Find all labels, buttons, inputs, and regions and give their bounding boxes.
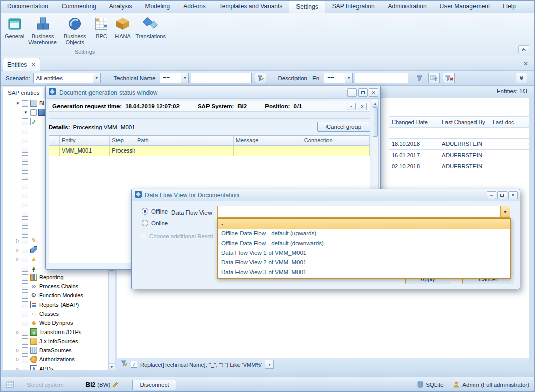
menu-item-settings[interactable]: Settings <box>289 1 325 13</box>
ribbon-button-business-warehouse[interactable]: Business Warehouse <box>26 14 59 46</box>
menu-item-templates-and-variants[interactable]: Templates and Variants <box>213 1 289 13</box>
status-grid-header-cell[interactable]: Connection <box>302 136 370 146</box>
filter-apply-button[interactable] <box>413 73 425 83</box>
tree-checkbox[interactable] <box>22 329 28 336</box>
expand-arrow-icon[interactable]: ▷ <box>14 238 22 243</box>
status-grid-header-cell[interactable]: ... <box>49 136 60 146</box>
data-flow-view-select[interactable]: - ▼ <box>217 206 510 218</box>
tree-checkbox[interactable] <box>22 228 28 235</box>
tree-item-process-chains[interactable]: Process Chains <box>3 282 108 291</box>
chevron-down-icon[interactable]: ▼ <box>93 73 100 83</box>
tree-checkbox[interactable] <box>22 183 28 189</box>
menu-item-modeling[interactable]: Modeling <box>138 1 176 13</box>
scroll-up-icon[interactable]: ▲ <box>372 100 378 107</box>
technical-name-operator-select[interactable]: == ▼ <box>160 73 189 83</box>
select-system-button[interactable]: Select system <box>27 382 64 388</box>
chevron-down-icon[interactable]: ▼ <box>345 73 352 83</box>
edit-system-icon[interactable] <box>112 381 119 389</box>
expand-arrow-icon[interactable]: ▷ <box>14 248 22 252</box>
scenario-select[interactable]: All entities ▼ <box>33 73 101 83</box>
ribbon-button-general[interactable]: General <box>3 14 26 40</box>
expand-filter-panel-button[interactable] <box>516 73 527 83</box>
tree-checkbox[interactable] <box>22 237 28 244</box>
ribbon-button-hana[interactable]: HANA <box>112 14 133 40</box>
menu-item-user-management[interactable]: User Management <box>433 1 497 13</box>
offline-radio[interactable]: Offline <box>142 208 168 215</box>
expand-arrow-icon[interactable]: ▷ <box>14 330 22 335</box>
ribbon-button-business-objects[interactable]: Business Objects <box>59 14 91 46</box>
scroll-thumb[interactable] <box>373 107 378 137</box>
expand-arrow-icon[interactable]: ▷ <box>14 257 22 261</box>
dropdown-option-data-flow-view-2-of-vmm-m001[interactable]: Data Flow View 2 of VMM_M001 <box>218 258 510 267</box>
status-grid-header-cell[interactable]: Path <box>135 136 234 146</box>
status-grid-row[interactable]: VMM_M001Processing <box>49 146 370 156</box>
dialog-title-bar[interactable]: Document generation status window – ✕ <box>46 86 380 99</box>
tree-checkbox[interactable] <box>22 366 28 371</box>
tree-checkbox[interactable] <box>22 192 28 198</box>
tab-close-icon[interactable]: ✕ <box>31 62 36 68</box>
tree-checkbox[interactable] <box>22 118 28 125</box>
menu-item-documentation[interactable]: Documentation <box>1 1 55 13</box>
tree-checkbox[interactable] <box>22 356 28 363</box>
filter-edit-button[interactable] <box>255 73 266 83</box>
tab-sap-entities[interactable]: SAP entities <box>3 87 44 98</box>
tree-item-function-modules[interactable]: Function Modules <box>3 291 108 300</box>
tree-checkbox[interactable] <box>22 283 28 290</box>
tree-checkbox[interactable] <box>30 109 37 116</box>
tree-checkbox[interactable] <box>22 301 28 308</box>
tree-checkbox[interactable] <box>22 173 28 180</box>
tree-checkbox[interactable] <box>22 311 28 317</box>
close-button[interactable]: ✕ <box>369 88 378 97</box>
tree-checkbox[interactable] <box>22 128 28 134</box>
grid-icon[interactable] <box>6 381 14 389</box>
tree-checkbox[interactable] <box>22 201 28 207</box>
chevron-down-icon[interactable]: ▼ <box>500 206 510 217</box>
tree-checkbox[interactable] <box>22 100 28 107</box>
dropdown-option-offline-data-flow-default-upwards[interactable]: Offline Data Flow - default (upwards) <box>218 229 510 238</box>
minimize-button[interactable]: – <box>487 191 496 199</box>
tree-checkbox[interactable] <box>22 347 28 354</box>
expand-arrow-icon[interactable]: ▷ <box>14 357 22 362</box>
dropdown-option-data-flow-view-1-of-vmm-m001[interactable]: Data Flow View 1 of VMM_M001 <box>218 248 510 258</box>
collapse-arrow-icon[interactable]: ▼ <box>22 110 30 115</box>
ribbon-button-bpc[interactable]: BPC <box>91 14 112 40</box>
dialog-title-bar[interactable]: Data Flow View for Documentation – ✕ <box>132 189 520 201</box>
expand-arrow-icon[interactable]: ▷ <box>14 367 22 371</box>
status-grid-header-cell[interactable]: Message <box>234 136 302 146</box>
tree-checkbox[interactable] <box>22 247 28 253</box>
tree-checkbox[interactable] <box>22 210 28 217</box>
group-minimize-button[interactable]: - <box>347 103 356 110</box>
cancel-group-button[interactable]: Cancel group <box>317 122 370 132</box>
group-close-button[interactable]: x <box>358 103 367 110</box>
tree-checkbox[interactable] <box>22 274 28 281</box>
filter-enabled-checkbox[interactable]: ✓ <box>131 361 137 368</box>
database-label[interactable]: SQLite <box>426 382 443 388</box>
tree-item-reporting[interactable]: Reporting <box>3 273 108 282</box>
grid-header-cell[interactable]: Changed Date <box>389 116 439 128</box>
tabbar-close-icon[interactable]: ✕ <box>523 60 528 67</box>
disconnect-button[interactable]: Disconnect <box>132 380 176 390</box>
tree-item-reports-abap[interactable]: Reports (ABAP) <box>3 300 108 309</box>
grid-header-cell[interactable]: Last Changed By <box>439 116 490 128</box>
close-button[interactable]: ✕ <box>508 191 518 199</box>
menu-item-administration[interactable]: Administration <box>381 1 433 13</box>
online-radio[interactable]: Online <box>142 220 168 226</box>
filter-clear-button[interactable] <box>443 73 455 83</box>
tree-checkbox[interactable] <box>22 155 28 162</box>
tree-checkbox[interactable] <box>22 338 28 345</box>
tree-item-classes[interactable]: Classes <box>3 309 108 318</box>
tree-checkbox[interactable] <box>22 219 28 226</box>
description-operator-select[interactable]: == ▼ <box>324 73 353 83</box>
grid-header-cell[interactable]: Last doc. <box>490 116 529 128</box>
menu-item-sap-integration[interactable]: SAP Integration <box>325 1 381 13</box>
tree-checkbox[interactable] <box>22 292 28 299</box>
tree-item-web-dynpros[interactable]: Web Dynpros <box>3 318 108 327</box>
dropdown-option-data-flow-view-3-of-vmm-m001[interactable]: Data Flow View 3 of VMM_M001 <box>218 267 510 277</box>
status-grid-header-cell[interactable]: Entity <box>60 136 110 146</box>
filter-dropdown-button[interactable]: ▼ <box>265 360 274 369</box>
minimize-button[interactable]: – <box>347 88 357 97</box>
dropdown-option-item[interactable]: - <box>218 219 510 229</box>
dropdown-option-offline-data-flow-default-downwards[interactable]: Offline Data Flow - default (downwards) <box>218 238 510 248</box>
ribbon-collapse-button[interactable] <box>518 45 529 53</box>
tree-checkbox[interactable] <box>22 256 28 262</box>
